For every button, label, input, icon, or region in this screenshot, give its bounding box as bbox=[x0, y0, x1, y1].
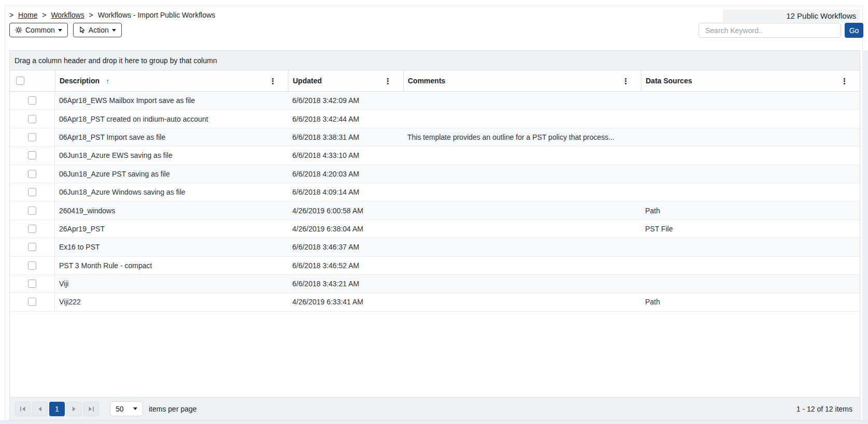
first-page-button[interactable] bbox=[15, 402, 31, 416]
gear-icon bbox=[15, 26, 22, 34]
row-checkbox[interactable] bbox=[28, 115, 36, 123]
count-label: 12 Public Workflows bbox=[786, 11, 856, 20]
row-checkbox[interactable] bbox=[28, 170, 36, 178]
column-menu-icon[interactable]: ⋮ bbox=[384, 77, 392, 85]
updated-value: 6/6/2018 3:42:09 AM bbox=[292, 96, 359, 105]
comments-cell bbox=[403, 275, 641, 293]
current-page-button[interactable]: 1 bbox=[49, 402, 65, 416]
data-sources-value: Path bbox=[645, 298, 660, 306]
table-row[interactable]: 06Jun18_Azure Windows saving as file 6/6… bbox=[10, 183, 860, 201]
select-all-checkbox[interactable] bbox=[16, 77, 24, 85]
table-row[interactable]: 06Apr18_EWS Mailbox Import save as file … bbox=[10, 92, 860, 110]
description-value: 06Apr18_EWS Mailbox Import save as file bbox=[59, 96, 195, 105]
items-per-page-label: items per page bbox=[149, 405, 197, 413]
grid-header-row: Description ↑ ⋮ Updated ⋮ Comments ⋮ Dat… bbox=[10, 70, 860, 92]
updated-value: 6/6/2018 3:42:44 AM bbox=[292, 115, 359, 123]
common-button[interactable]: Common bbox=[9, 23, 68, 37]
description-cell: 06Jun18_Azure Windows saving as file bbox=[55, 183, 288, 201]
column-menu-icon[interactable]: ⋮ bbox=[269, 77, 277, 85]
updated-cell: 6/6/2018 4:09:14 AM bbox=[288, 183, 403, 201]
data-sources-cell: Path bbox=[641, 293, 860, 311]
row-select-cell bbox=[10, 293, 55, 311]
chevron-down-icon bbox=[112, 29, 116, 32]
comments-value: This template provides an outline for a … bbox=[407, 133, 615, 141]
description-value: 06Apr18_PST Import save as file bbox=[59, 133, 165, 141]
table-row[interactable]: 06Jun18_Azure EWS saving as file 6/6/201… bbox=[10, 147, 860, 165]
row-checkbox[interactable] bbox=[28, 188, 36, 196]
description-value: Ex16 to PST bbox=[59, 243, 100, 251]
table-row[interactable]: 06Apr18_PST Import save as file 6/6/2018… bbox=[10, 128, 860, 147]
row-checkbox[interactable] bbox=[28, 261, 36, 270]
description-value: PST 3 Month Rule - compact bbox=[59, 261, 152, 270]
row-select-cell bbox=[10, 183, 55, 201]
select-column-header bbox=[10, 70, 55, 91]
vertical-scrollbar-track[interactable] bbox=[862, 50, 868, 420]
updated-cell: 6/6/2018 3:46:37 AM bbox=[288, 238, 403, 256]
row-checkbox[interactable] bbox=[28, 298, 36, 306]
row-checkbox[interactable] bbox=[28, 243, 36, 251]
comments-cell bbox=[403, 183, 641, 201]
updated-cell: 6/6/2018 4:33:10 AM bbox=[288, 147, 403, 164]
row-checkbox[interactable] bbox=[28, 133, 36, 141]
table-row[interactable]: 06Jun18_Azure PST saving as file 6/6/201… bbox=[10, 165, 860, 183]
pager-buttons: 1 bbox=[15, 402, 99, 416]
action-button[interactable]: Action bbox=[73, 23, 122, 37]
table-row[interactable]: 26Apr19_PST 4/26/2019 6:38:04 AM PST Fil… bbox=[10, 220, 860, 238]
updated-cell: 6/6/2018 3:42:44 AM bbox=[288, 110, 403, 127]
seek-first-icon bbox=[20, 406, 26, 412]
column-menu-icon[interactable]: ⋮ bbox=[841, 77, 848, 85]
table-row[interactable]: 260419_windows 4/26/2019 6:00:58 AM Path bbox=[10, 201, 860, 220]
updated-value: 4/26/2019 6:38:04 AM bbox=[292, 225, 363, 233]
page-size-dropdown[interactable]: 50 bbox=[110, 401, 143, 416]
column-title: Data Sources bbox=[646, 77, 692, 85]
toolbar: Common Action bbox=[9, 23, 122, 37]
data-sources-value: Path bbox=[645, 207, 660, 215]
table-row[interactable]: 06Apr18_PST created on indium-auto accou… bbox=[10, 110, 860, 128]
comments-cell bbox=[403, 147, 641, 164]
updated-cell: 6/6/2018 3:38:31 AM bbox=[288, 128, 403, 146]
description-cell: 06Jun18_Azure PST saving as file bbox=[55, 165, 288, 183]
description-cell: 06Apr18_PST Import save as file bbox=[55, 128, 288, 146]
search-input[interactable] bbox=[699, 23, 841, 38]
updated-cell: 6/6/2018 3:46:52 AM bbox=[288, 257, 403, 274]
data-sources-cell bbox=[641, 257, 860, 274]
go-button[interactable]: Go bbox=[845, 23, 863, 38]
data-sources-cell: PST File bbox=[641, 220, 860, 238]
data-sources-cell bbox=[641, 147, 860, 164]
seek-last-icon bbox=[88, 406, 94, 412]
row-select-cell bbox=[10, 165, 55, 183]
column-header-description[interactable]: Description ↑ ⋮ bbox=[55, 70, 288, 91]
comments-cell bbox=[403, 293, 641, 311]
table-row[interactable]: PST 3 Month Rule - compact 6/6/2018 3:46… bbox=[10, 257, 860, 275]
breadcrumb-home-link[interactable]: Home bbox=[18, 11, 37, 19]
updated-cell: 6/6/2018 3:43:21 AM bbox=[288, 275, 403, 293]
horizontal-scrollbar-track[interactable] bbox=[0, 420, 868, 424]
row-checkbox[interactable] bbox=[28, 96, 36, 105]
table-row[interactable]: Viji222 4/26/2019 6:33:41 AM Path bbox=[10, 293, 860, 311]
row-checkbox[interactable] bbox=[28, 280, 36, 288]
group-drop-area[interactable]: Drag a column header and drop it here to… bbox=[10, 51, 860, 70]
row-checkbox[interactable] bbox=[28, 207, 36, 215]
action-button-label: Action bbox=[89, 26, 109, 34]
table-row[interactable]: Ex16 to PST 6/6/2018 3:46:37 AM bbox=[10, 238, 860, 256]
row-checkbox[interactable] bbox=[28, 151, 36, 159]
workflows-grid: Drag a column header and drop it here to… bbox=[9, 50, 860, 420]
column-header-data-sources[interactable]: Data Sources ⋮ bbox=[641, 70, 860, 91]
updated-cell: 6/6/2018 4:20:03 AM bbox=[288, 165, 403, 183]
table-row[interactable]: Viji 6/6/2018 3:43:21 AM bbox=[10, 275, 860, 293]
row-checkbox[interactable] bbox=[28, 225, 36, 233]
previous-page-button[interactable] bbox=[32, 402, 48, 416]
column-header-comments[interactable]: Comments ⋮ bbox=[403, 70, 641, 91]
description-value: 06Jun18_Azure Windows saving as file bbox=[59, 188, 186, 196]
row-select-cell bbox=[10, 128, 55, 146]
row-select-cell bbox=[10, 220, 55, 238]
comments-cell bbox=[403, 238, 641, 256]
data-sources-cell bbox=[641, 238, 860, 256]
last-page-button[interactable] bbox=[83, 402, 99, 416]
breadcrumb-workflows-link[interactable]: Workflows bbox=[51, 11, 84, 19]
arrow-right-icon bbox=[72, 406, 76, 412]
updated-cell: 4/26/2019 6:00:58 AM bbox=[288, 201, 403, 219]
column-menu-icon[interactable]: ⋮ bbox=[622, 77, 630, 85]
column-header-updated[interactable]: Updated ⋮ bbox=[288, 70, 403, 91]
next-page-button[interactable] bbox=[66, 402, 82, 416]
